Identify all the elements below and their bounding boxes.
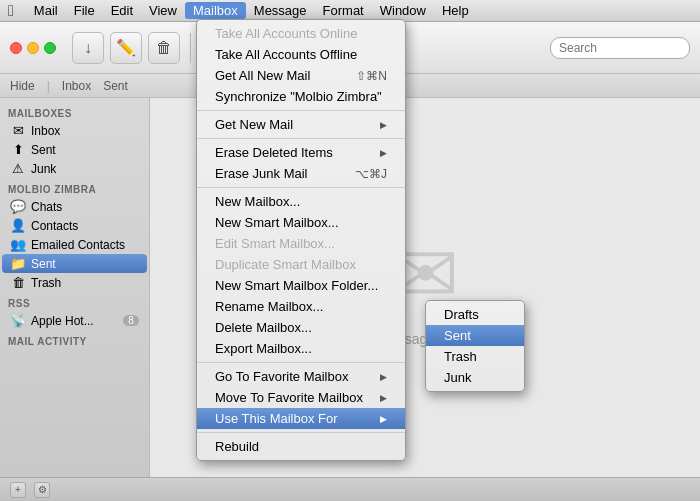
sidebar-item-sent[interactable]: ⬆ Sent <box>2 140 147 159</box>
compose-button[interactable]: ✏️ <box>110 32 142 64</box>
rss-icon: 📡 <box>10 313 26 328</box>
menu-new-smart-mailbox[interactable]: New Smart Mailbox... <box>197 212 405 233</box>
submenu-drafts[interactable]: Drafts <box>426 304 524 325</box>
menubar-file[interactable]: File <box>66 2 103 19</box>
menu-sep-4 <box>197 362 405 363</box>
menu-delete-mailbox[interactable]: Delete Mailbox... <box>197 317 405 338</box>
menubar-view[interactable]: View <box>141 2 185 19</box>
sidebar-trash-label: Trash <box>31 276 139 290</box>
junk-icon: ⚠ <box>10 161 26 176</box>
menu-get-all-new-mail[interactable]: Get All New Mail ⇧⌘N <box>197 65 405 86</box>
menu-duplicate-smart-mailbox[interactable]: Duplicate Smart Mailbox <box>197 254 405 275</box>
sidebar-emailed-contacts-label: Emailed Contacts <box>31 238 139 252</box>
sidebar-item-chats[interactable]: 💬 Chats <box>2 197 147 216</box>
tab-inbox[interactable]: Inbox <box>62 79 91 93</box>
menubar-message[interactable]: Message <box>246 2 315 19</box>
menu-rebuild[interactable]: Rebuild <box>197 436 405 457</box>
menu-new-smart-mailbox-folder[interactable]: New Smart Mailbox Folder... <box>197 275 405 296</box>
sidebar-item-inbox[interactable]: ✉ Inbox <box>2 121 147 140</box>
menubar-mail[interactable]: Mail <box>26 2 66 19</box>
menu-rename-mailbox[interactable]: Rename Mailbox... <box>197 296 405 317</box>
menu-go-to-favorite[interactable]: Go To Favorite Mailbox <box>197 366 405 387</box>
mailboxes-section-title: MAILBOXES <box>0 102 149 121</box>
inbox-icon: ✉ <box>10 123 26 138</box>
menu-new-mailbox[interactable]: New Mailbox... <box>197 191 405 212</box>
traffic-lights <box>10 42 56 54</box>
sidebar-item-apple-hot[interactable]: 📡 Apple Hot... 8 <box>2 311 147 330</box>
sidebar-item-trash[interactable]: 🗑 Trash <box>2 273 147 292</box>
sidebar-item-junk[interactable]: ⚠ Junk <box>2 159 147 178</box>
sidebar-inbox-label: Inbox <box>31 124 139 138</box>
zoom-button[interactable] <box>44 42 56 54</box>
submenu-junk[interactable]: Junk <box>426 367 524 388</box>
trash-icon: 🗑 <box>10 275 26 290</box>
sidebar-chats-label: Chats <box>31 200 139 214</box>
menu-erase-junk[interactable]: Erase Junk Mail ⌥⌘J <box>197 163 405 184</box>
menubar-edit[interactable]: Edit <box>103 2 141 19</box>
menu-sep-5 <box>197 432 405 433</box>
apple-menu-icon[interactable]:  <box>8 2 14 20</box>
sidebar-item-molbio-sent[interactable]: 📁 Sent <box>2 254 147 273</box>
erase-junk-shortcut: ⌥⌘J <box>355 167 387 181</box>
statusbar: + ⚙ <box>0 477 700 501</box>
tab-hide[interactable]: Hide <box>10 79 35 93</box>
delete-button[interactable]: 🗑 <box>148 32 180 64</box>
sidebar-contacts-label: Contacts <box>31 219 139 233</box>
menu-take-all-online[interactable]: Take All Accounts Online <box>197 23 405 44</box>
molbio-section-title: MOLBIO ZIMBRA <box>0 178 149 197</box>
sidebar-apple-hot-label: Apple Hot... <box>31 314 118 328</box>
sidebar-junk-label: Junk <box>31 162 139 176</box>
add-mailbox-button[interactable]: + <box>10 482 26 498</box>
get-all-new-mail-shortcut: ⇧⌘N <box>356 69 387 83</box>
minimize-button[interactable] <box>27 42 39 54</box>
menu-move-to-favorite[interactable]: Move To Favorite Mailbox <box>197 387 405 408</box>
molbio-sent-icon: 📁 <box>10 256 26 271</box>
menubar-window[interactable]: Window <box>372 2 434 19</box>
menu-sep-3 <box>197 187 405 188</box>
menu-sep-1 <box>197 110 405 111</box>
get-mail-button[interactable]: ↓ <box>72 32 104 64</box>
menubar-mailbox[interactable]: Mailbox <box>185 2 246 19</box>
search-input[interactable] <box>550 37 690 59</box>
menu-sep-2 <box>197 138 405 139</box>
sent-icon: ⬆ <box>10 142 26 157</box>
menubar-format[interactable]: Format <box>315 2 372 19</box>
tabbar-sep-1: | <box>47 79 50 93</box>
menu-synchronize[interactable]: Synchronize "Molbio Zimbra" <box>197 86 405 107</box>
sidebar-item-emailed-contacts[interactable]: 👥 Emailed Contacts <box>2 235 147 254</box>
use-mailbox-submenu: Drafts Sent Trash Junk <box>425 300 525 392</box>
rss-section-title: RSS <box>0 292 149 311</box>
rss-badge: 8 <box>123 315 139 326</box>
submenu-sent[interactable]: Sent <box>426 325 524 346</box>
submenu-trash[interactable]: Trash <box>426 346 524 367</box>
sidebar: MAILBOXES ✉ Inbox ⬆ Sent ⚠ Junk MOLBIO Z… <box>0 98 150 477</box>
chats-icon: 💬 <box>10 199 26 214</box>
menu-get-new-mail[interactable]: Get New Mail <box>197 114 405 135</box>
menu-export-mailbox[interactable]: Export Mailbox... <box>197 338 405 359</box>
close-button[interactable] <box>10 42 22 54</box>
menubar-help[interactable]: Help <box>434 2 477 19</box>
menu-take-all-offline[interactable]: Take All Accounts Offline <box>197 44 405 65</box>
menu-use-this-mailbox-for[interactable]: Use This Mailbox For <box>197 408 405 429</box>
toolbar-divider-1 <box>190 33 191 63</box>
mailbox-dropdown-menu: Take All Accounts Online Take All Accoun… <box>196 19 406 461</box>
settings-button[interactable]: ⚙ <box>34 482 50 498</box>
tab-sent[interactable]: Sent <box>103 79 128 93</box>
sidebar-sent-label: Sent <box>31 143 139 157</box>
emailed-contacts-icon: 👥 <box>10 237 26 252</box>
contacts-icon: 👤 <box>10 218 26 233</box>
mail-activity-section-title: MAIL ACTIVITY <box>0 330 149 349</box>
menu-erase-deleted[interactable]: Erase Deleted Items <box>197 142 405 163</box>
sidebar-molbio-sent-label: Sent <box>31 257 139 271</box>
menu-edit-smart-mailbox[interactable]: Edit Smart Mailbox... <box>197 233 405 254</box>
sidebar-item-contacts[interactable]: 👤 Contacts <box>2 216 147 235</box>
